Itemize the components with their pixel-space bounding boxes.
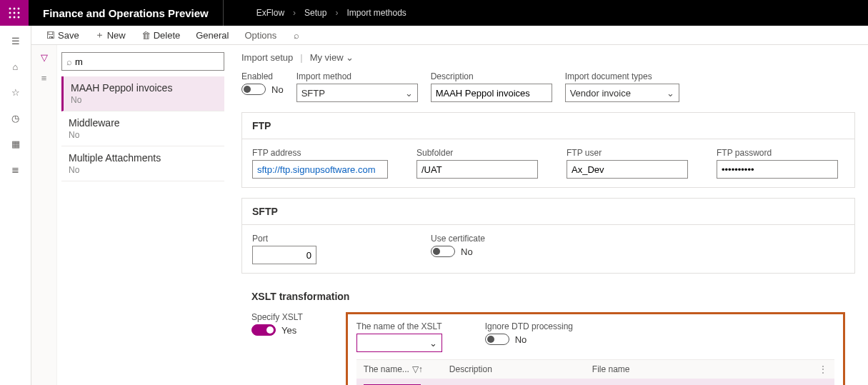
svg-point-1 [14,8,16,10]
field-label: Import document types [565,71,679,81]
svg-point-5 [18,12,20,14]
sort-icon[interactable]: ≡ [41,73,47,84]
search-field[interactable] [75,56,219,67]
breadcrumb-item[interactable]: Setup [304,8,326,18]
new-button[interactable]: ＋New [89,26,131,44]
svg-point-3 [9,12,11,14]
search-icon[interactable]: ⌕ [294,30,299,41]
specify-xslt-toggle[interactable]: Yes [251,324,303,336]
hamburger-icon[interactable]: ☰ [9,34,22,47]
port-field[interactable] [252,246,316,264]
svg-point-4 [14,12,16,14]
chevron-down-icon: ⌄ [405,88,413,99]
chevron-down-icon: ⌄ [429,338,437,349]
list-panel: ⌕ MAAH Peppol invoices No Middleware No … [57,45,229,385]
clock-icon[interactable]: ◷ [9,111,22,124]
list-item-sub: No [71,95,217,105]
svg-point-0 [9,8,11,10]
star-icon[interactable]: ☆ [9,86,22,99]
chevron-down-icon: ⌄ [346,52,354,63]
breadcrumb-item[interactable]: ExFlow [256,8,284,18]
ftp-address-field[interactable] [252,160,388,179]
list-item[interactable]: Multiple Attachments No [61,146,224,181]
description-field[interactable] [431,84,552,102]
delete-button[interactable]: 🗑Delete [136,27,186,44]
ftp-user-field[interactable] [567,160,688,179]
plus-icon: ＋ [95,29,104,41]
certificate-toggle[interactable]: No [431,246,485,257]
search-input[interactable]: ⌕ [61,52,224,71]
ignore-dtd-toggle[interactable]: No [485,334,573,345]
field-label: Import method [296,71,418,81]
page-title: Import setup [241,52,293,63]
workspace-icon[interactable]: ▦ [9,137,22,150]
home-icon[interactable]: ⌂ [9,60,22,73]
list-item[interactable]: MAAH Peppol invoices No [61,76,224,111]
list-item-sub: No [69,130,217,140]
command-bar: 🖫Save ＋New 🗑Delete General Options ⌕ [31,26,868,45]
list-item[interactable]: Middleware No [61,111,224,146]
enabled-toggle[interactable]: No [241,84,284,95]
section-header[interactable]: FTP [242,113,854,139]
doc-types-select[interactable]: Vendor invoice⌄ [565,84,679,102]
list-item-sub: No [69,165,217,175]
filter-icon[interactable]: ▽↑ [412,364,423,374]
list-item-title: Middleware [69,117,217,129]
save-icon: 🖫 [46,30,55,41]
svg-point-6 [9,16,11,19]
save-button[interactable]: 🖫Save [40,27,85,44]
table-row[interactable]: P_Imptemp ImportTemplate - PEPPOL.xslt I… [356,379,834,385]
svg-point-7 [14,16,16,19]
chevron-right-icon: › [293,8,296,18]
field-label: Description [431,71,552,81]
ftp-password-field[interactable] [717,160,838,179]
chevron-down-icon: ⌄ [667,88,674,99]
ftp-subfolder-field[interactable] [416,160,538,179]
app-launcher-icon[interactable] [0,0,29,26]
section-header[interactable]: SFTP [242,199,854,225]
trash-icon: 🗑 [141,30,151,41]
general-tab[interactable]: General [190,27,234,44]
svg-point-2 [18,8,20,10]
import-method-select[interactable]: SFTP⌄ [296,84,418,102]
list-item-title: MAAH Peppol invoices [71,82,217,94]
nav-rail: ☰ ⌂ ☆ ◷ ▦ ≣ [0,26,31,385]
view-selector[interactable]: My view ⌄ [310,52,354,63]
breadcrumb-item[interactable]: Import methods [346,8,406,18]
breadcrumb: ExFlow › Setup › Import methods [224,8,411,18]
svg-point-8 [18,16,20,19]
app-title: Finance and Operations Preview [29,0,224,26]
search-icon: ⌕ [66,56,72,67]
field-label: Enabled [241,71,284,81]
more-icon[interactable]: ⋮ [819,364,827,374]
xslt-name-select[interactable]: ⌄ [356,334,442,352]
list-item-title: Multiple Attachments [69,152,217,164]
options-tab[interactable]: Options [239,27,282,44]
section-header[interactable]: XSLT transformation [241,284,855,309]
filter-icon[interactable]: ▽ [41,52,48,63]
list-icon[interactable]: ≣ [9,163,22,176]
chevron-right-icon: › [335,8,338,18]
